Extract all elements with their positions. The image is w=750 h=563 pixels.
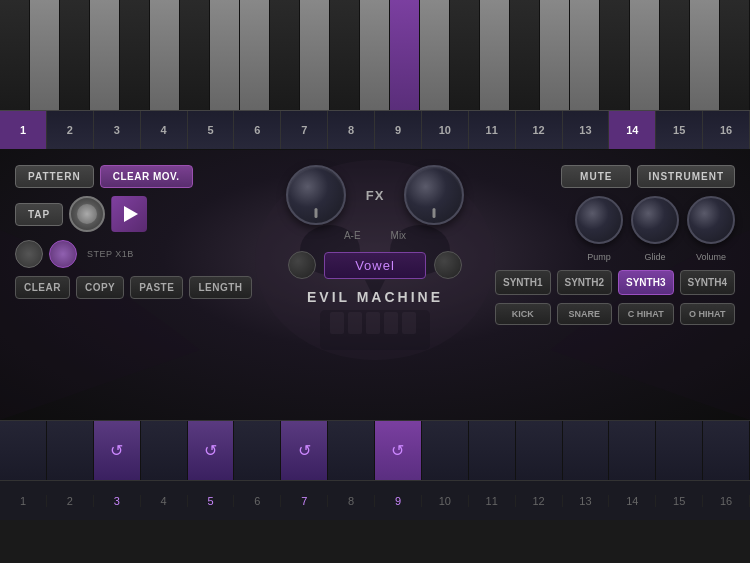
tap-button[interactable]: TAP [15,203,63,226]
piano-key[interactable] [540,0,570,110]
bottom-step-7[interactable]: ↺ [281,421,328,480]
piano-key[interactable] [60,0,90,110]
play-button[interactable] [111,196,147,232]
pump-knob[interactable] [575,196,623,244]
piano-key[interactable] [150,0,180,110]
ohihat-button[interactable]: O HIHAT [680,303,736,325]
bottom-step-16[interactable] [703,421,750,480]
bottom-step-11[interactable] [469,421,516,480]
bottom-step-2[interactable] [47,421,94,480]
step-4[interactable]: 4 [141,111,188,149]
piano-key[interactable] [300,0,330,110]
step-8[interactable]: 8 [328,111,375,149]
fx-knob-ae[interactable] [286,165,346,225]
step-11[interactable]: 11 [469,111,516,149]
bottom-step-label-12: 12 [516,495,563,507]
step-6[interactable]: 6 [234,111,281,149]
instrument-button[interactable]: INSTRUMENT [637,165,735,188]
bottom-step-6[interactable] [234,421,281,480]
undo-icon: ↺ [204,441,217,460]
kick-button[interactable]: KICK [495,303,551,325]
mute-button[interactable]: MUTE [561,165,631,188]
bottom-step-label-8: 8 [328,495,375,507]
center-panel: FX A-E Mix Vowel EVIL MACHINE [286,165,465,305]
bottom-step-label-3: 3 [94,495,141,507]
synth1-button[interactable]: SYNTH1 [495,270,551,295]
fx-knob-mix[interactable] [404,165,464,225]
synth4-button[interactable]: SYNTH4 [680,270,736,295]
piano-key[interactable] [510,0,540,110]
bottom-step-15[interactable] [656,421,703,480]
piano-key[interactable] [630,0,660,110]
paste-button[interactable]: PASTE [130,276,183,299]
bottom-step-label-7: 7 [281,495,328,507]
step-16[interactable]: 16 [703,111,750,149]
chihat-button[interactable]: C HIHAT [618,303,674,325]
bottom-step-label-4: 4 [141,495,188,507]
clear-mov-button[interactable]: CLEAR MOV. [100,165,193,188]
piano-key[interactable] [90,0,120,110]
glide-knob[interactable] [631,196,679,244]
synth2-button[interactable]: SYNTH2 [557,270,613,295]
pattern-button[interactable]: PATTERN [15,165,94,188]
bottom-step-3[interactable]: ↺ [94,421,141,480]
small-knob-purple[interactable] [49,240,77,268]
piano-key[interactable] [720,0,750,110]
step-9[interactable]: 9 [375,111,422,149]
step-5[interactable]: 5 [188,111,235,149]
bottom-step-label-10: 10 [422,495,469,507]
copy-button[interactable]: COPY [76,276,124,299]
clear-button[interactable]: CLEAR [15,276,70,299]
step-15[interactable]: 15 [656,111,703,149]
piano-key[interactable] [30,0,60,110]
piano-key[interactable] [690,0,720,110]
piano-key[interactable] [270,0,300,110]
length-button[interactable]: LENGTH [189,276,251,299]
undo-icon: ↺ [298,441,311,460]
piano-key-highlighted[interactable] [390,0,420,110]
bottom-step-5[interactable]: ↺ [188,421,235,480]
snare-button[interactable]: SNARE [557,303,613,325]
piano-key[interactable] [120,0,150,110]
piano-key[interactable] [330,0,360,110]
undo-icon: ↺ [110,441,123,460]
step-10[interactable]: 10 [422,111,469,149]
bottom-step-12[interactable] [516,421,563,480]
bottom-step-9[interactable]: ↺ [375,421,422,480]
step-12[interactable]: 12 [516,111,563,149]
bottom-step-10[interactable] [422,421,469,480]
piano-key[interactable] [420,0,450,110]
small-knob-1[interactable] [15,240,43,268]
vowel-button[interactable]: Vowel [324,252,426,279]
vowel-knob-right[interactable] [434,251,462,279]
bottom-step-4[interactable] [141,421,188,480]
bottom-step-13[interactable] [563,421,610,480]
piano-key[interactable] [450,0,480,110]
circle-toggle[interactable] [69,196,105,232]
volume-knob[interactable] [687,196,735,244]
vowel-knob-left[interactable] [288,251,316,279]
piano-key[interactable] [0,0,30,110]
piano-key[interactable] [600,0,630,110]
bottom-step-1[interactable] [0,421,47,480]
bottom-step-8[interactable] [328,421,375,480]
piano-key[interactable] [660,0,690,110]
piano-key[interactable] [210,0,240,110]
step-14[interactable]: 14 [609,111,656,149]
step-3[interactable]: 3 [94,111,141,149]
step-7[interactable]: 7 [281,111,328,149]
piano-key[interactable] [570,0,600,110]
step-2[interactable]: 2 [47,111,94,149]
step-13[interactable]: 13 [563,111,610,149]
volume-label: Volume [687,252,735,262]
step-1[interactable]: 1 [0,111,47,149]
piano-key[interactable] [240,0,270,110]
synth3-button[interactable]: SYNTH3 [618,270,674,295]
bottom-step-label-16: 16 [703,495,750,507]
piano-key[interactable] [180,0,210,110]
piano-key[interactable] [480,0,510,110]
bottom-step-14[interactable] [609,421,656,480]
step-buttons-row: ↺ ↺ ↺ ↺ [0,421,750,480]
piano-key[interactable] [360,0,390,110]
glide-label: Glide [631,252,679,262]
